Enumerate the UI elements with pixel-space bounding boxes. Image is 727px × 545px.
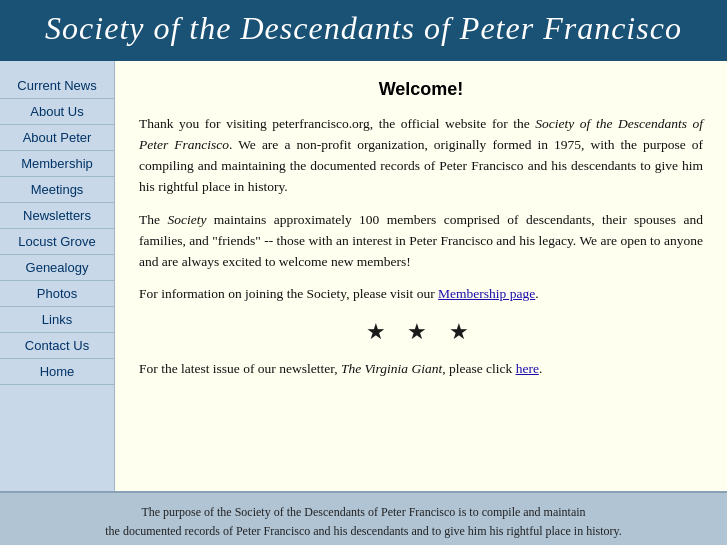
para1-pre: Thank you for visiting peterfrancisco.or… — [139, 116, 535, 131]
sidebar-item-current-news[interactable]: Current News — [0, 73, 114, 99]
content-area: Welcome! Thank you for visiting peterfra… — [115, 61, 727, 491]
paragraph-1: Thank you for visiting peterfrancisco.or… — [139, 114, 703, 198]
para3-pre: For information on joining the Society, … — [139, 286, 438, 301]
sidebar-item-about-peter[interactable]: About Peter — [0, 125, 114, 151]
sidebar-item-links[interactable]: Links — [0, 307, 114, 333]
page-footer: The purpose of the Society of the Descen… — [0, 491, 727, 545]
welcome-heading: Welcome! — [139, 79, 703, 100]
sidebar-item-photos[interactable]: Photos — [0, 281, 114, 307]
para2-italic: Society — [167, 212, 206, 227]
paragraph-3: For information on joining the Society, … — [139, 284, 703, 305]
newsletter-link[interactable]: here — [516, 361, 539, 376]
sidebar-item-meetings[interactable]: Meetings — [0, 177, 114, 203]
sidebar-item-locust-grove[interactable]: Locust Grove — [0, 229, 114, 255]
sidebar-item-about-us[interactable]: About Us — [0, 99, 114, 125]
para3-post: . — [535, 286, 538, 301]
membership-link[interactable]: Membership page — [438, 286, 535, 301]
footer-line2: the documented records of Peter Francisc… — [20, 522, 707, 541]
paragraph-4: For the latest issue of our newsletter, … — [139, 359, 703, 380]
sidebar: Current NewsAbout UsAbout PeterMembershi… — [0, 61, 115, 491]
sidebar-item-newsletters[interactable]: Newsletters — [0, 203, 114, 229]
sidebar-item-genealogy[interactable]: Genealogy — [0, 255, 114, 281]
para4-pre: For the latest issue of our newsletter, — [139, 361, 341, 376]
para2-post: maintains approximately 100 members comp… — [139, 212, 703, 269]
decorative-stars: ★ ★ ★ — [139, 319, 703, 345]
sidebar-item-membership[interactable]: Membership — [0, 151, 114, 177]
sidebar-item-contact-us[interactable]: Contact Us — [0, 333, 114, 359]
para4-mid: , please click — [442, 361, 515, 376]
para2-pre: The — [139, 212, 167, 227]
main-layout: Current NewsAbout UsAbout PeterMembershi… — [0, 61, 727, 491]
page-header: Society of the Descendants of Peter Fran… — [0, 0, 727, 61]
para4-italic: The Virginia Giant — [341, 361, 442, 376]
site-title: Society of the Descendants of Peter Fran… — [0, 10, 727, 47]
sidebar-item-home[interactable]: Home — [0, 359, 114, 385]
paragraph-2: The Society maintains approximately 100 … — [139, 210, 703, 273]
para4-post: . — [539, 361, 542, 376]
footer-line1: The purpose of the Society of the Descen… — [20, 503, 707, 522]
